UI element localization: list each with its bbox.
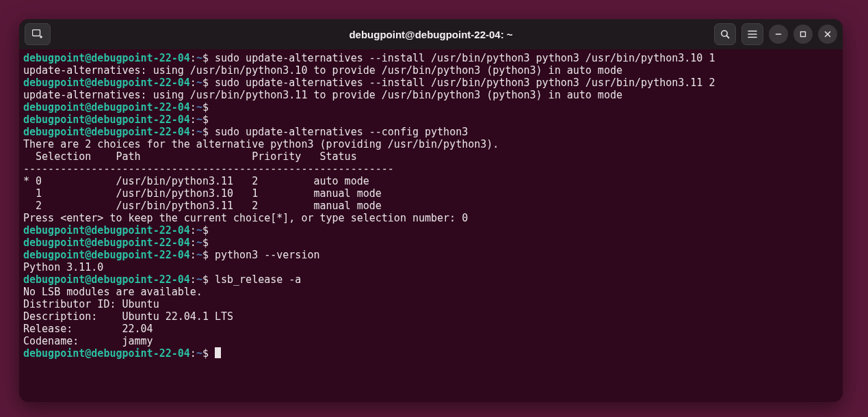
terminal-output: Distributor ID: Ubuntu: [23, 298, 839, 310]
terminal-window: debugpoint@debugpoint-22-04: ~: [19, 19, 843, 402]
table-row: * 0 /usr/bin/python3.11 2 auto mode: [23, 175, 839, 187]
terminal-output: Codename: jammy: [23, 335, 839, 347]
cursor: [215, 347, 221, 358]
command: sudo update-alternatives --config python…: [215, 126, 468, 138]
table-divider: ----------------------------------------…: [23, 163, 839, 175]
command: sudo update-alternatives --install /usr/…: [215, 77, 715, 89]
hamburger-icon: [748, 30, 757, 38]
command: lsb_release -a: [215, 273, 301, 286]
close-icon: [824, 30, 832, 38]
terminal-line: debugpoint@debugpoint-22-04:~$: [23, 224, 839, 237]
terminal-output: update-alternatives: using /usr/bin/pyth…: [23, 89, 839, 101]
terminal-body[interactable]: debugpoint@debugpoint-22-04:~$ sudo upda…: [19, 49, 843, 402]
search-button[interactable]: [714, 23, 736, 45]
terminal-line: debugpoint@debugpoint-22-04:~$ sudo upda…: [23, 52, 839, 64]
svg-rect-9: [801, 32, 806, 37]
window-controls: [714, 23, 837, 45]
table-row: 1 /usr/bin/python3.10 1 manual mode: [23, 187, 839, 200]
minimize-button[interactable]: [769, 25, 788, 44]
terminal-output: Press <enter> to keep the current choice…: [23, 212, 839, 224]
table-row: 2 /usr/bin/python3.11 2 manual mode: [23, 200, 839, 212]
new-tab-icon: [32, 29, 43, 39]
search-icon: [720, 29, 730, 39]
svg-rect-0: [33, 30, 40, 36]
terminal-line: debugpoint@debugpoint-22-04:~$ sudo upda…: [23, 77, 839, 89]
terminal-output: Release: 22.04: [23, 323, 839, 335]
terminal-line: debugpoint@debugpoint-22-04:~$ python3 -…: [23, 249, 839, 261]
table-header: Selection Path Priority Status: [23, 150, 839, 163]
close-button[interactable]: [818, 25, 837, 44]
terminal-output: Description: Ubuntu 22.04.1 LTS: [23, 310, 839, 323]
svg-line-4: [726, 36, 728, 38]
terminal-output: There are 2 choices for the alternative …: [23, 138, 839, 150]
terminal-line: debugpoint@debugpoint-22-04:~$: [23, 101, 839, 113]
terminal-output: update-alternatives: using /usr/bin/pyth…: [23, 64, 839, 77]
minimize-icon: [774, 30, 782, 38]
maximize-button[interactable]: [793, 25, 813, 44]
terminal-line: debugpoint@debugpoint-22-04:~$: [23, 237, 839, 249]
terminal-output: No LSB modules are available.: [23, 286, 839, 298]
terminal-line: debugpoint@debugpoint-22-04:~$ sudo upda…: [23, 126, 839, 138]
command: python3 --version: [215, 249, 320, 261]
command: sudo update-alternatives --install /usr/…: [215, 52, 715, 64]
prompt-user: debugpoint: [23, 52, 85, 64]
titlebar: debugpoint@debugpoint-22-04: ~: [19, 19, 843, 49]
new-tab-button[interactable]: [25, 23, 51, 45]
maximize-icon: [799, 30, 807, 38]
menu-button[interactable]: [741, 23, 763, 45]
terminal-line: debugpoint@debugpoint-22-04:~$: [23, 347, 839, 360]
terminal-line: debugpoint@debugpoint-22-04:~$: [23, 113, 839, 126]
terminal-line: debugpoint@debugpoint-22-04:~$ lsb_relea…: [23, 273, 839, 286]
terminal-output: Python 3.11.0: [23, 261, 839, 273]
